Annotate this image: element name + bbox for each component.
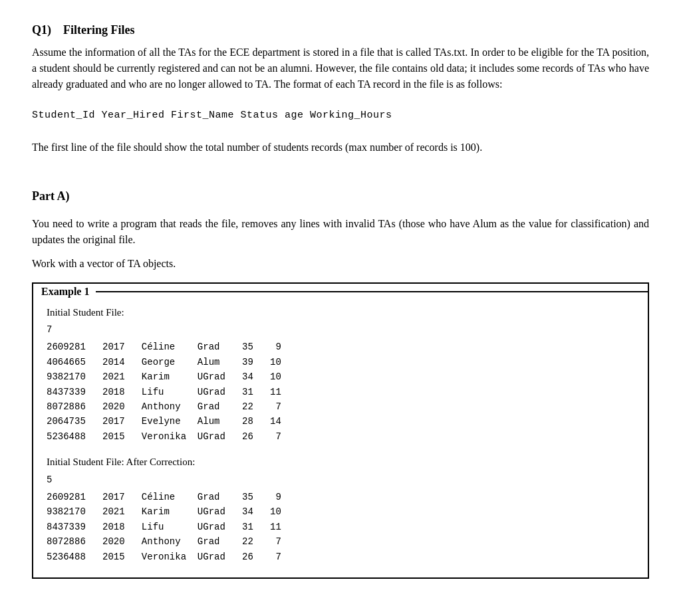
spacer-1 (47, 447, 634, 455)
corrected-rows: 2609281 2017 Céline Grad 35 9 9382170 20… (47, 490, 634, 564)
question-number: Q1) (32, 23, 51, 37)
question-body: Assume the information of all the TAs fo… (32, 45, 649, 92)
part-a-title: Part A) (32, 187, 649, 205)
format-fields: Student_Id Year_Hired First_Name Status … (32, 108, 649, 124)
part-a-body: You need to write a program that reads t… (32, 216, 649, 248)
initial-count: 7 (47, 322, 634, 337)
initial-rows: 2609281 2017 Céline Grad 35 9 4064665 20… (47, 340, 634, 444)
example-title-rule (96, 291, 648, 292)
description-text: The first line of the file should show t… (32, 140, 649, 155)
question-title-text: Filtering Files (63, 23, 134, 37)
initial-file-label: Initial Student File: (47, 305, 634, 320)
work-line: Work with a vector of TA objects. (32, 256, 649, 272)
example-box: Example 1 Initial Student File: 7 260928… (32, 282, 649, 579)
corrected-count: 5 (47, 472, 634, 487)
example-content: Initial Student File: 7 2609281 2017 Cél… (33, 300, 648, 577)
question-title: Q1) Filtering Files (32, 21, 649, 39)
corrected-file-label: Initial Student File: After Correction: (47, 455, 634, 470)
example-label: Example 1 (41, 284, 96, 300)
